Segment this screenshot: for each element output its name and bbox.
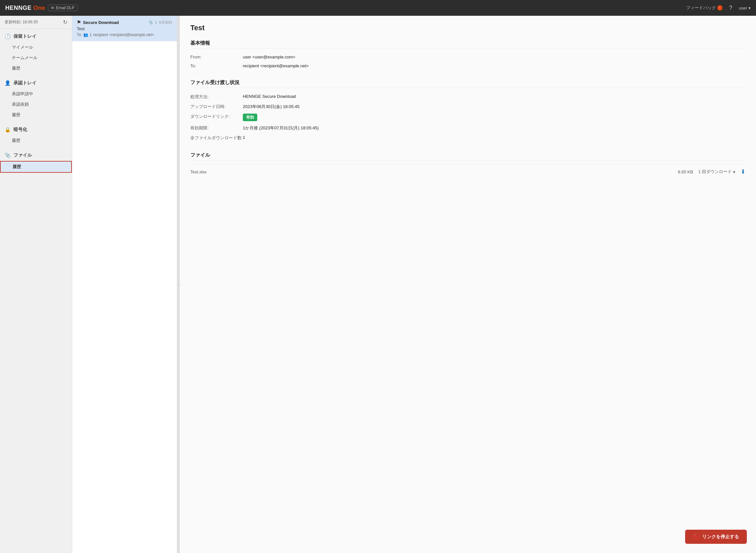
brand-logo: HENNGE One ✉ Email DLP xyxy=(5,5,77,11)
email-to: To: 👥 1 recipient <recipient@example.net… xyxy=(77,32,172,37)
file-size: 8.65 KB xyxy=(678,169,693,174)
flag-icon: ⚑ xyxy=(77,20,81,25)
sidebar-item-approval-history[interactable]: 履歴 xyxy=(0,110,72,120)
brand-name: HENNGE One xyxy=(5,5,45,11)
file-transfer-section: ファイル受け渡し状況 処理方法: HENNGE Secure Download … xyxy=(190,79,746,143)
files-section: ファイル Test.xlsx 8.65 KB 1 回ダウンロード ▾ ⬇ xyxy=(190,152,746,179)
panel-divider[interactable] xyxy=(177,16,180,553)
sidebar-item-mymail[interactable]: マイメール xyxy=(0,42,72,53)
sidebar-section-header-approval: 👤 承認トレイ xyxy=(0,78,72,89)
sender-name: Secure Download xyxy=(83,20,119,25)
sidebar-section-header-hold: 🕐 保留トレイ xyxy=(0,31,72,42)
download-link-value: 有効 xyxy=(243,113,746,121)
file-downloads-count: 1 回ダウンロード xyxy=(698,169,732,175)
header-right: フィードバック ! ? user ▾ xyxy=(686,5,751,11)
files-title: ファイル xyxy=(190,152,746,161)
total-downloads-label: 全ファイルダウンロード数: xyxy=(190,135,243,141)
upload-date-label: アップロード日時: xyxy=(190,104,243,110)
sidebar-item-approval-request[interactable]: 承認依頼 xyxy=(0,99,72,110)
from-row: From: user <user@example.com> xyxy=(190,53,746,61)
email-meta: 📎 1 6月30日 xyxy=(149,20,172,25)
brand-one: One xyxy=(33,5,45,11)
to-value: recipient <recipient@example.net> xyxy=(243,63,746,68)
clock-icon: 🕐 xyxy=(5,33,11,40)
recipient-address: recipient <recipient@example.net> xyxy=(93,32,154,37)
expiry-row: 有効期限: 1か月後 (2023年07月31日(月) 18:05:45) xyxy=(190,123,746,133)
recipient-icon: 👥 xyxy=(83,32,88,37)
download-file-button[interactable]: ⬇ xyxy=(741,168,746,175)
recipient-count: 1 xyxy=(90,32,92,37)
sidebar-item-hold-history[interactable]: 履歴 xyxy=(0,63,72,74)
person-icon: 👤 xyxy=(5,80,11,86)
header-left: HENNGE One ✉ Email DLP xyxy=(5,5,77,11)
email-dlp-badge: ✉ Email DLP xyxy=(48,5,77,11)
detail-title: Test xyxy=(190,24,746,32)
email-dlp-label: Email DLP xyxy=(56,6,75,10)
user-label: user xyxy=(739,6,747,10)
sidebar-section-approval: 👤 承認トレイ 承認申請中 承認依頼 履歴 xyxy=(0,76,72,122)
chevron-down-icon: ▾ xyxy=(748,6,751,10)
paperclip-icon: 📎 xyxy=(5,152,11,158)
upload-date-row: アップロード日時: 2023年06月30日(金) 18:05:45 xyxy=(190,102,746,112)
email-list-item[interactable]: ⚑ Secure Download 📎 1 6月30日 Test To: 👥 1… xyxy=(72,16,177,42)
valid-badge: 有効 xyxy=(243,113,257,121)
attachment-count: 1 xyxy=(155,20,157,24)
email-subject: Test xyxy=(77,26,172,31)
basic-info-title: 基本情報 xyxy=(190,40,746,49)
expiry-label: 有効期限: xyxy=(190,125,243,131)
sidebar-section-header-file: 📎 ファイル xyxy=(0,150,72,161)
download-link-row: ダウンロードリンク: 有効 xyxy=(190,112,746,123)
from-value: user <user@example.com> xyxy=(243,55,746,60)
method-value: HENNGE Secure Download xyxy=(243,94,746,99)
user-menu[interactable]: user ▾ xyxy=(739,6,751,10)
method-label: 処理方法: xyxy=(190,94,243,100)
sidebar-section-header-encrypt: 🔒 暗号化 xyxy=(0,124,72,135)
file-name: Test.xlsx xyxy=(190,169,678,174)
refresh-icon[interactable]: ↻ xyxy=(63,19,67,25)
encrypt-label: 暗号化 xyxy=(13,127,27,133)
file-item: Test.xlsx 8.65 KB 1 回ダウンロード ▾ ⬇ xyxy=(190,164,746,179)
method-row: 処理方法: HENNGE Secure Download xyxy=(190,92,746,102)
email-date: 6月30日 xyxy=(159,20,172,25)
upload-date-value: 2023年06月30日(金) 18:05:45 xyxy=(243,104,746,110)
mail-icon: ✉ xyxy=(51,6,54,10)
total-downloads-row: 全ファイルダウンロード数: 1 xyxy=(190,133,746,143)
sidebar-timestamp: 更新時刻: 18:06:35 xyxy=(5,19,38,25)
to-label: To: xyxy=(77,32,82,37)
email-list-panel: ⚑ Secure Download 📎 1 6月30日 Test To: 👥 1… xyxy=(72,16,177,553)
file-transfer-title: ファイル受け渡し状況 xyxy=(190,79,746,88)
feedback-label: フィードバック xyxy=(686,5,716,11)
total-downloads-value: 1 xyxy=(243,135,746,140)
sidebar-item-encrypt-history[interactable]: 履歴 xyxy=(0,135,72,146)
file-downloads-dropdown[interactable]: 1 回ダウンロード ▾ xyxy=(698,169,735,175)
sidebar-section-hold: 🕐 保留トレイ マイメール チームメール 履歴 xyxy=(0,29,72,76)
hold-tray-label: 保留トレイ xyxy=(13,33,36,40)
to-label: To: xyxy=(190,63,243,68)
help-button[interactable]: ? xyxy=(729,5,732,11)
lock-icon: 🔒 xyxy=(5,127,11,133)
chevron-down-icon: ▾ xyxy=(733,169,735,174)
download-link-label: ダウンロードリンク: xyxy=(190,113,243,120)
detail-panel: Test 基本情報 From: user <user@example.com> … xyxy=(180,16,756,553)
sidebar: 更新時刻: 18:06:35 ↻ 🕐 保留トレイ マイメール チームメール 履歴… xyxy=(0,16,72,553)
stop-icon: 🚫 xyxy=(693,534,699,540)
feedback-badge: ! xyxy=(717,5,723,10)
approval-tray-label: 承認トレイ xyxy=(13,80,36,86)
from-label: From: xyxy=(190,55,243,60)
email-sender: ⚑ Secure Download xyxy=(77,20,119,25)
feedback-button[interactable]: フィードバック ! xyxy=(686,5,723,11)
email-item-header: ⚑ Secure Download 📎 1 6月30日 xyxy=(77,20,172,25)
sidebar-item-approval-pending[interactable]: 承認申請中 xyxy=(0,89,72,99)
sidebar-item-file-history[interactable]: 履歴 xyxy=(0,161,72,173)
stop-link-button[interactable]: 🚫 リンクを停止する xyxy=(685,530,747,544)
basic-info-section: 基本情報 From: user <user@example.com> To: r… xyxy=(190,40,746,70)
sidebar-section-file: 📎 ファイル 履歴 xyxy=(0,148,72,175)
stop-link-label: リンクを停止する xyxy=(702,534,739,540)
expiry-value: 1か月後 (2023年07月31日(月) 18:05:45) xyxy=(243,125,746,131)
sidebar-item-teammail[interactable]: チームメール xyxy=(0,53,72,63)
top-header: HENNGE One ✉ Email DLP フィードバック ! ? user … xyxy=(0,0,756,16)
sidebar-top: 更新時刻: 18:06:35 ↻ xyxy=(0,16,72,29)
sidebar-section-encrypt: 🔒 暗号化 履歴 xyxy=(0,122,72,148)
attachment-icon: 📎 xyxy=(149,20,153,25)
file-label: ファイル xyxy=(13,152,32,158)
